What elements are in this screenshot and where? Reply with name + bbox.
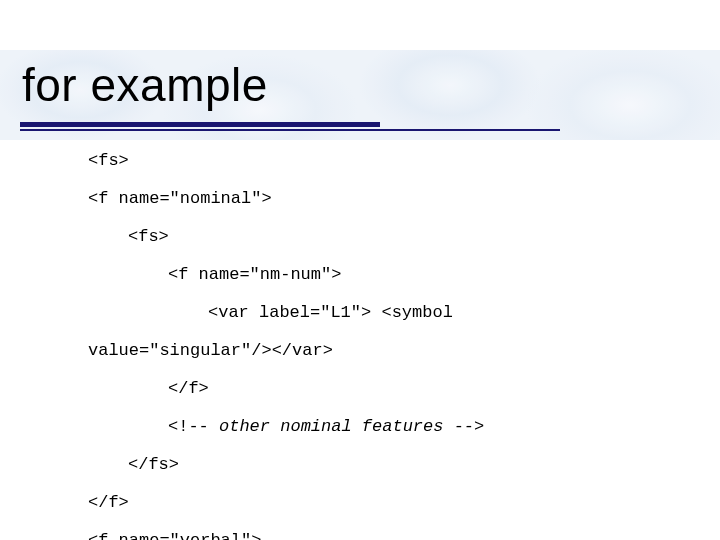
code-line: <var label="L1"> <symbol [88,303,550,322]
slide: for example <fs> <f name="nominal"> <fs>… [0,0,720,540]
code-line: <f name="nominal"> [88,189,550,208]
comment-open: <!-- [168,417,219,436]
slide-title: for example [22,58,268,112]
comment-close: --> [443,417,484,436]
code-line: value="singular"/></var> [88,341,550,360]
code-line: <fs> [88,227,550,246]
code-line: </fs> [88,455,550,474]
comment-text: other nominal features [219,417,443,436]
code-line: <f name="verbal"> [88,531,550,540]
title-underline-thin [20,129,560,131]
code-line: <fs> [88,151,550,170]
code-line: </f> [88,379,550,398]
code-block: <fs> <f name="nominal"> <fs> <f name="nm… [88,132,550,540]
title-underline-heavy [20,122,380,127]
code-line: </f> [88,493,550,512]
code-line: <!-- other nominal features --> [88,417,550,436]
code-line: <f name="nm-num"> [88,265,550,284]
